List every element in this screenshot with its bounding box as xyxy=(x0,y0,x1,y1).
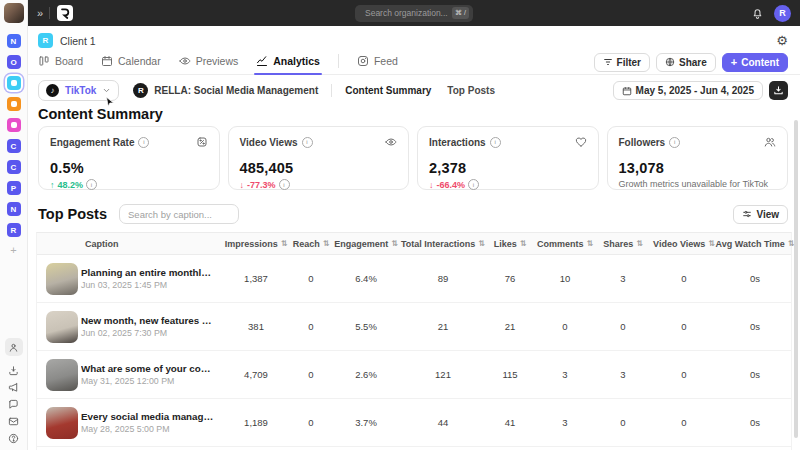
post-date: Jun 02, 2025 7:30 PM xyxy=(81,328,215,338)
workspace-item[interactable]: C xyxy=(7,160,21,174)
info-icon[interactable]: i xyxy=(138,137,149,148)
platform-select[interactable]: ♪ TikTok xyxy=(38,80,119,101)
tabs-bar: BoardCalendarPreviewsAnalyticsFeed Filte… xyxy=(28,48,800,75)
tab-calendar[interactable]: Calendar xyxy=(101,55,161,74)
rella-logo-icon[interactable] xyxy=(57,5,73,21)
workspace-item[interactable]: R xyxy=(7,223,21,237)
view-options-button[interactable]: View xyxy=(733,205,788,224)
card-label: Followers xyxy=(619,137,666,148)
help-button[interactable] xyxy=(8,433,19,444)
view-button-label: View xyxy=(756,209,779,220)
table-row[interactable]: New month, new features at Rella ✨ He...… xyxy=(37,303,791,351)
date-range-button[interactable]: May 5, 2025 - Jun 4, 2025 xyxy=(613,81,763,100)
top-bar: » ⌘ / R xyxy=(28,0,800,26)
post-thumbnail[interactable] xyxy=(46,263,78,295)
column-header-shares[interactable]: Shares⇅ xyxy=(597,239,649,249)
column-header-reach[interactable]: Reach⇅ xyxy=(289,239,333,249)
info-icon[interactable]: i xyxy=(279,179,290,190)
info-icon[interactable]: i xyxy=(86,179,97,190)
workspace-list: NOCCPNR xyxy=(7,34,21,237)
info-icon[interactable]: i xyxy=(302,137,313,148)
metric-value: 0 xyxy=(597,417,649,428)
column-header-impressions[interactable]: Impressions⇅ xyxy=(223,239,289,249)
announcements-button[interactable] xyxy=(8,382,19,393)
caption-search-input[interactable] xyxy=(119,204,239,224)
share-button-label: Share xyxy=(679,57,707,68)
card-value: 13,078 xyxy=(619,160,777,176)
account-avatar[interactable]: R xyxy=(774,5,791,22)
metric-value: 4,709 xyxy=(223,369,289,380)
board-icon xyxy=(38,55,50,67)
table-row[interactable]: Every social media manager before Rella.… xyxy=(37,399,791,447)
column-label: Shares xyxy=(603,239,633,249)
app-window: NOCCPNR + » ⌘ / R R Client 1 ⚙ xyxy=(0,0,800,450)
account-breadcrumb[interactable]: R RELLA: Social Media Management xyxy=(133,83,318,98)
tab-previews[interactable]: Previews xyxy=(179,55,239,74)
arrow-down-icon: ↓ xyxy=(429,180,434,190)
info-icon[interactable]: i xyxy=(490,137,501,148)
metric-value: 0 xyxy=(533,321,597,332)
post-thumbnail[interactable] xyxy=(46,407,78,439)
nav-top-posts[interactable]: Top Posts xyxy=(447,85,495,96)
expand-sidebar-icon[interactable]: » xyxy=(37,8,42,19)
info-icon[interactable]: i xyxy=(669,137,680,148)
notifications-bell-icon[interactable] xyxy=(751,7,764,20)
settings-gear-icon[interactable]: ⚙ xyxy=(776,34,788,47)
workspace-item[interactable] xyxy=(7,118,21,132)
column-header-avg-watch-time[interactable]: Avg Watch Time⇅ xyxy=(719,239,791,249)
add-workspace-button[interactable]: + xyxy=(10,245,16,256)
tab-feed[interactable]: Feed xyxy=(357,55,398,74)
metric-value: 44 xyxy=(399,417,487,428)
info-icon[interactable]: i xyxy=(468,179,479,190)
export-button[interactable] xyxy=(769,81,788,100)
post-thumbnail[interactable] xyxy=(46,359,78,391)
tab-label: Feed xyxy=(374,55,398,67)
toolbar-actions: Filter Share + Content xyxy=(594,53,788,72)
workspace-item[interactable]: C xyxy=(7,139,21,153)
post-caption: What are some of your controversial soci… xyxy=(81,363,215,374)
add-content-button[interactable]: + Content xyxy=(722,53,788,72)
search-input[interactable] xyxy=(363,7,452,19)
post-thumbnail[interactable] xyxy=(46,311,78,343)
workspace-item[interactable]: N xyxy=(7,202,21,216)
share-button[interactable]: Share xyxy=(656,53,716,72)
workspace-logo-mark xyxy=(11,122,17,128)
column-header-engagement[interactable]: Engagement⇅ xyxy=(333,239,399,249)
column-header-likes[interactable]: Likes⇅ xyxy=(487,239,533,249)
table-row[interactable]: Planning an entire monthly content cale.… xyxy=(37,255,791,303)
chevron-down-icon xyxy=(102,86,111,95)
sort-icon: ⇅ xyxy=(323,240,330,248)
summary-card-engagement-rate: Engagement Ratei0.5%↑48.2%i xyxy=(38,126,220,190)
workspace-item[interactable] xyxy=(7,97,21,111)
downloads-button[interactable] xyxy=(8,365,19,376)
calendar-icon xyxy=(101,55,113,67)
user-avatar[interactable] xyxy=(4,3,24,23)
tab-analytics[interactable]: Analytics xyxy=(256,55,320,74)
column-header-video-views[interactable]: Video Views⇅ xyxy=(649,239,719,249)
workspace-item[interactable]: O xyxy=(7,55,21,69)
organization-search[interactable]: ⌘ / xyxy=(355,5,473,22)
table-header: CaptionImpressions⇅Reach⇅Engagement⇅Tota… xyxy=(37,233,791,255)
tab-label: Analytics xyxy=(273,55,320,67)
nav-content-summary[interactable]: Content Summary xyxy=(345,85,431,96)
workspace-item-selected[interactable] xyxy=(7,76,21,90)
filter-button[interactable]: Filter xyxy=(594,53,650,72)
vertical-scrollbar[interactable] xyxy=(794,120,798,438)
metric-value: 0s xyxy=(719,417,791,428)
inbox-button[interactable] xyxy=(8,416,19,427)
column-header-comments[interactable]: Comments⇅ xyxy=(533,239,597,249)
workspace-item[interactable]: P xyxy=(7,181,21,195)
workspace-item[interactable]: N xyxy=(7,34,21,48)
feed-icon xyxy=(357,55,369,67)
column-header-total-interactions[interactable]: Total Interactions⇅ xyxy=(399,239,487,249)
profile-button[interactable] xyxy=(5,338,23,356)
table-row[interactable]: What are some of your controversial soci… xyxy=(37,351,791,399)
arrow-up-icon: ↑ xyxy=(50,180,55,190)
topbar-left: » xyxy=(28,5,73,21)
top-posts-bar: Top Posts View xyxy=(28,190,800,232)
client-avatar: R xyxy=(38,33,53,48)
rella-account-icon: R xyxy=(133,83,148,98)
chat-button[interactable] xyxy=(8,399,19,410)
tab-board[interactable]: Board xyxy=(38,55,83,74)
metric-value: 0 xyxy=(597,321,649,332)
